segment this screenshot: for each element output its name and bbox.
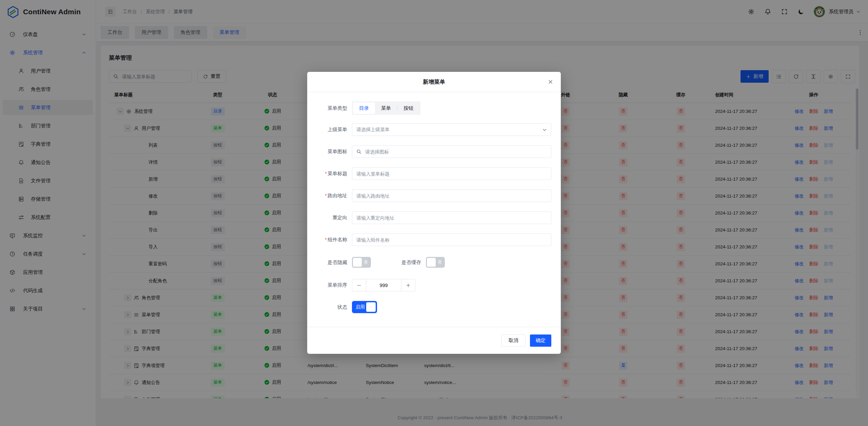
menu-type-label: 菜单类型	[317, 105, 347, 111]
cancel-button[interactable]: 取消	[501, 334, 526, 347]
plus-icon	[406, 283, 411, 288]
switch-knob	[353, 258, 362, 267]
field-menu-type: 菜单类型 目录 菜单 按钮	[317, 101, 551, 115]
stepper-increase-button[interactable]	[401, 279, 415, 291]
menu-sort-input[interactable]	[366, 279, 401, 291]
menu-title-input[interactable]	[352, 167, 551, 180]
is-hidden-switch[interactable]: 否	[352, 257, 371, 268]
stepper-decrease-button[interactable]	[352, 279, 366, 291]
confirm-button[interactable]: 确定	[530, 334, 551, 347]
field-component-name: 组件名称	[317, 234, 551, 246]
field-status: 状态 启用	[317, 301, 551, 313]
redirect-input[interactable]	[352, 211, 551, 224]
search-icon	[356, 149, 361, 154]
switch-knob	[427, 258, 436, 267]
is-cached-switch[interactable]: 否	[426, 257, 445, 268]
switch-state-text: 否	[364, 260, 368, 265]
menu-title-label: 菜单标题	[317, 170, 347, 177]
component-name-label: 组件名称	[317, 237, 347, 243]
route-path-input[interactable]	[352, 189, 551, 202]
parent-menu-label: 上级菜单	[317, 126, 347, 133]
menu-sort-stepper	[352, 279, 415, 291]
field-route-path: 路由地址	[317, 189, 551, 202]
segment-menu[interactable]: 菜单	[375, 102, 397, 114]
is-cached-label: 是否缓存	[401, 259, 421, 266]
menu-icon-label: 菜单图标	[317, 148, 347, 155]
chevron-down-icon	[542, 127, 547, 132]
redirect-label: 重定向	[317, 215, 347, 221]
segment-button[interactable]: 按钮	[397, 102, 419, 114]
menu-icon-input[interactable]	[364, 149, 547, 155]
modal-title: 新增菜单	[423, 78, 445, 86]
modal-footer: 取消 确定	[307, 327, 561, 354]
is-hidden-label: 是否隐藏	[317, 259, 347, 266]
switch-state-text: 启用	[356, 304, 365, 310]
switch-state-text: 否	[438, 260, 442, 265]
switch-knob	[366, 302, 376, 312]
modal-body: 菜单类型 目录 菜单 按钮 上级菜单 请选择上级菜单	[307, 92, 561, 313]
close-icon[interactable]	[548, 79, 553, 84]
field-menu-sort: 菜单排序	[317, 279, 551, 291]
status-switch[interactable]: 启用	[352, 301, 377, 313]
field-switches: 是否隐藏 否 是否缓存 否	[317, 257, 551, 268]
field-menu-title: 菜单标题	[317, 167, 551, 180]
add-menu-modal: 新增菜单 菜单类型 目录 菜单 按钮 上级菜单	[307, 72, 561, 354]
status-label: 状态	[317, 304, 347, 310]
route-path-label: 路由地址	[317, 192, 347, 199]
menu-icon-picker[interactable]	[352, 145, 551, 158]
field-menu-icon: 菜单图标	[317, 145, 551, 158]
segment-directory[interactable]: 目录	[353, 102, 375, 114]
minus-icon	[357, 283, 361, 288]
field-parent-menu: 上级菜单 请选择上级菜单	[317, 123, 551, 136]
parent-menu-select[interactable]: 请选择上级菜单	[352, 123, 551, 136]
component-name-input[interactable]	[352, 234, 551, 246]
parent-menu-placeholder: 请选择上级菜单	[356, 127, 390, 133]
field-redirect: 重定向	[317, 211, 551, 224]
menu-sort-label: 菜单排序	[317, 282, 347, 288]
menu-type-segmented: 目录 菜单 按钮	[352, 101, 420, 115]
app-screen: ContiNew Admin 仪表盘系统管理用户管理角色管理菜单管理部门管理字典…	[0, 0, 868, 426]
modal-header: 新增菜单	[307, 72, 561, 92]
